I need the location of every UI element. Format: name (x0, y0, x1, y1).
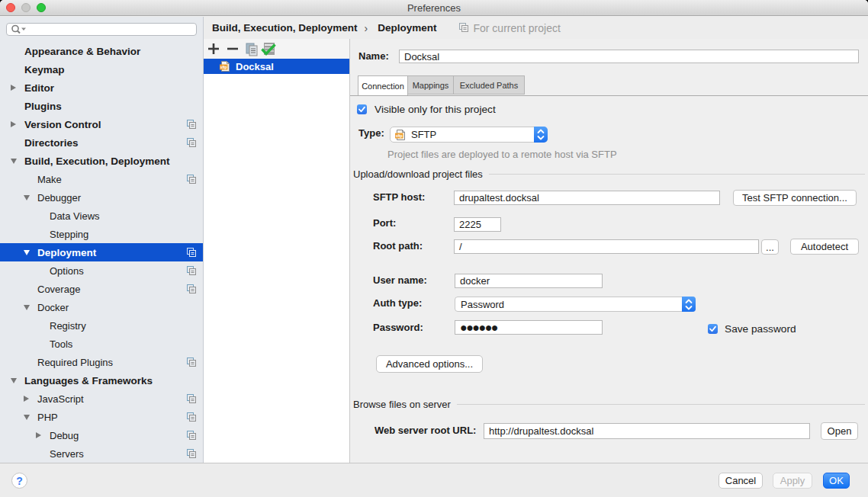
svg-text:sftp: sftp (396, 133, 403, 137)
svg-text:sftp: sftp (220, 65, 227, 69)
